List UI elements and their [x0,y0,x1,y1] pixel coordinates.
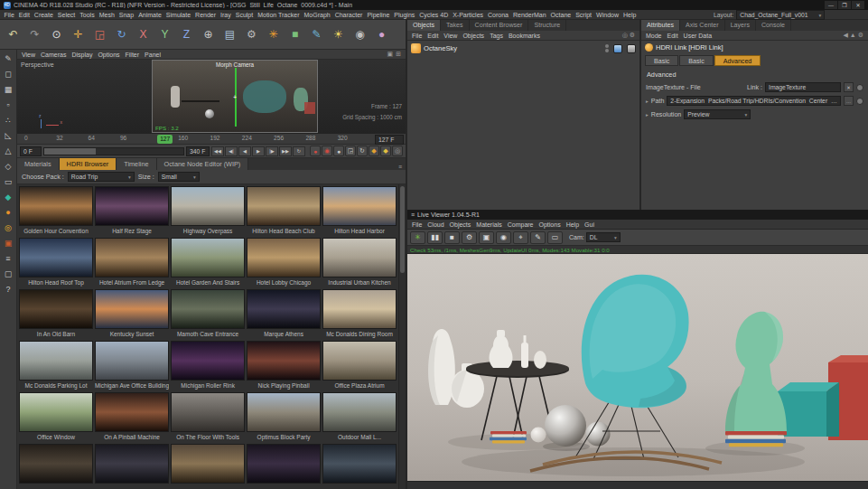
hdri-thumbnail[interactable]: Kentucky Sunset [95,289,169,339]
panel-tab[interactable]: Content Browser [470,20,529,31]
settings-icon[interactable]: ⚙ [462,231,477,244]
dock-tab[interactable]: Materials [17,158,60,170]
clear-link-button[interactable]: ✕ [844,82,854,92]
range-end-field[interactable]: 340 F [186,146,210,156]
hdri-thumbnail-image[interactable] [247,392,321,432]
texture-tag-icon[interactable] [627,44,636,53]
path-field[interactable]: 2-Expansion_Packs/Road Trip/HDRIs/Conven… [667,96,841,106]
visibility-dot-editor[interactable] [605,44,609,48]
objects-menu-item[interactable]: View [441,31,460,41]
current-frame-field[interactable]: 127 F [375,135,404,145]
attributes-menu-item[interactable]: User Data [681,31,715,41]
attribute-subtab[interactable]: Basic [679,55,713,66]
hdri-scrollbar-thumb[interactable] [400,186,405,273]
hdri-thumbnail-image[interactable] [322,238,397,277]
objects-menu-item[interactable]: Edit [425,31,441,41]
attribute-subtab[interactable]: Advanced [714,55,761,66]
prev-key-button[interactable]: ◀| [225,146,238,156]
hdri-thumbnail-image[interactable] [322,289,397,329]
hdri-thumbnail[interactable]: Michigan Roller Rink [171,341,245,390]
octane-live-icon[interactable]: ✳ [410,231,425,244]
loop-button[interactable]: ↻ [293,146,305,156]
hdri-thumbnail-image[interactable] [247,238,321,277]
live-viewer-menu-item[interactable]: Gui [582,220,597,230]
objects-menu-item[interactable]: Objects [460,31,487,41]
layer-manager-icon[interactable]: ≡ [2,252,15,265]
octane-tools-icon[interactable]: ● [2,206,15,219]
record-param-button[interactable]: ◆ [369,146,379,156]
menu-item[interactable]: Cycles 4D [417,10,451,20]
visibility-dots[interactable] [605,44,609,52]
live-viewer-menu-item[interactable]: Options [537,220,564,230]
record-scale-button[interactable]: ◲ [345,146,356,156]
render-view[interactable] [407,254,868,481]
live-viewer-menu-item[interactable]: Objects [447,220,474,230]
live-viewer-menu-item[interactable]: Compare [505,220,537,230]
redo-icon[interactable]: ↷ [24,23,45,46]
hdri-thumbnail[interactable]: Mamoth Cave Entrance [171,289,245,339]
hdri-thumbnail-image[interactable] [171,341,245,381]
add-spline-icon[interactable]: ✎ [306,23,327,46]
menu-item[interactable]: Script [574,10,594,20]
viewport-menu-item[interactable]: Display [69,50,95,60]
section-header[interactable]: Advanced [641,67,868,80]
hdri-thumbnail[interactable]: Half Rez Stage [95,186,169,236]
menu-item[interactable]: File [2,10,16,20]
polygons-mode-icon[interactable]: △ [2,145,15,157]
hdri-thumbnail-image[interactable] [19,289,93,329]
render-view-icon[interactable]: ▤ [219,23,240,46]
hdri-thumbnail[interactable] [247,444,321,489]
hdri-thumbnail[interactable]: Nick Playing Pinball [247,341,321,390]
objects-menu-item[interactable]: File [409,31,425,41]
timeline-ruler[interactable]: 0326496127160192224256288320 127 F [17,134,406,145]
menu-item[interactable]: Edit [16,10,32,20]
y-axis-icon[interactable]: Y [154,23,175,46]
dock-tab[interactable]: Octane Node Editor (WIP) [157,158,249,170]
menu-item[interactable]: Select [55,10,77,20]
menu-item[interactable]: Corona [486,10,511,20]
hdri-thumbnail[interactable] [171,444,245,489]
scale-tool-icon[interactable]: ◲ [89,23,110,46]
hdri-thumbnail[interactable]: On A Pinball Machine [95,392,169,442]
attributes-menu-item[interactable]: Mode [643,31,665,41]
menu-item[interactable]: RenderMan [511,10,549,20]
hdri-thumbnail-image[interactable] [247,186,321,226]
render-settings-icon[interactable]: ⚙ [241,23,262,46]
hdri-thumbnail-image[interactable] [171,392,245,432]
hdri-thumbnail-image[interactable] [95,444,169,484]
panel-tab[interactable]: Layers [725,20,756,31]
attributes-menu-item[interactable]: Edit [665,31,681,41]
menu-item[interactable]: Mesh [97,10,117,20]
add-light-icon[interactable]: ☀ [328,23,349,46]
hdri-thumbnail-image[interactable] [95,238,169,277]
animation-dot-icon[interactable] [856,84,863,91]
hdri-thumbnail-image[interactable] [247,444,321,484]
camera-icon[interactable]: ◉ [496,231,511,244]
hdri-thumbnail-image[interactable] [95,289,169,329]
visibility-dot-render[interactable] [605,49,609,52]
material-picker-icon[interactable]: ✎ [530,231,546,244]
hdri-thumbnail[interactable]: Hotel Lobby Chicago [247,238,321,287]
hdri-thumbnail-image[interactable] [171,238,245,277]
menu-item[interactable]: Motion Tracker [256,10,302,20]
menu-item[interactable]: Tools [78,10,97,20]
layout-dropdown[interactable]: Chad_Octane_Full_v001▾ [736,10,825,20]
menu-item[interactable]: X-Particles [451,10,486,20]
hdri-thumbnail[interactable]: Mc Donalds Parking Lot [19,341,93,390]
x-axis-icon[interactable]: X [133,23,154,46]
hdri-thumbnail[interactable]: Hotel Garden And Stairs [171,238,245,287]
region-render-icon[interactable]: ▭ [547,231,563,244]
minimize-button[interactable]: — [825,1,837,9]
menu-item[interactable]: Iray [219,10,234,20]
menu-item[interactable]: Create [32,10,55,20]
panel-tab[interactable]: Structure [528,20,566,31]
attribute-subtab[interactable]: Basic [645,55,678,66]
hdri-thumbnail-image[interactable] [19,392,93,432]
hdri-thumbnail[interactable] [19,444,93,489]
add-material-icon[interactable]: ● [371,23,392,46]
next-frame-button[interactable]: |▶ [266,146,278,156]
hdri-thumbnail-image[interactable] [19,186,93,226]
help-icon[interactable]: ? [2,283,15,296]
animation-dot-icon[interactable] [856,98,863,105]
object-list-item[interactable]: OctaneSky [407,41,639,56]
